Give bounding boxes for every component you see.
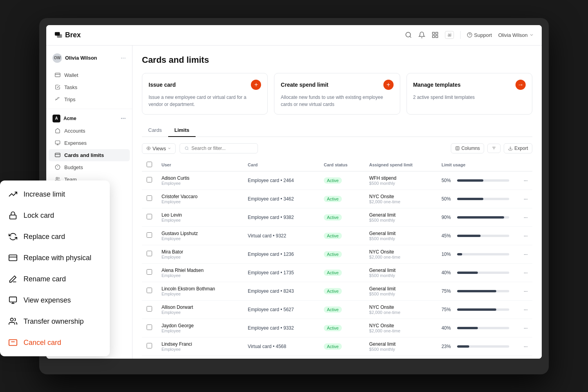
menu-item-transfer-ownership[interactable]: Transfer ownership bbox=[0, 311, 110, 332]
row-actions-cell[interactable]: ··· bbox=[514, 356, 532, 359]
usage-cell: 50% bbox=[437, 171, 514, 190]
brex-logo[interactable]: Brex bbox=[54, 31, 81, 39]
row-actions-cell[interactable]: ··· bbox=[514, 190, 532, 208]
card-cell: Employee card • 2464 bbox=[243, 171, 319, 190]
user-cell: Alena Rhiel Madsen Employee bbox=[157, 263, 243, 282]
limit-cell: General limit $500 monthly bbox=[365, 337, 437, 356]
create-spend-limit-btn[interactable]: + bbox=[383, 80, 394, 90]
limit-cell: NYC Onsite $2,000 one-time bbox=[365, 300, 437, 319]
row-actions-cell[interactable]: ··· bbox=[514, 208, 532, 226]
usage-pct: 45% bbox=[441, 233, 454, 239]
row-actions-cell[interactable]: ··· bbox=[514, 171, 532, 190]
row-actions-cell[interactable]: ··· bbox=[514, 282, 532, 300]
top-bar: Brex ai Support Olivia Wilson bbox=[46, 25, 542, 46]
row-actions-cell[interactable]: ··· bbox=[514, 226, 532, 245]
col-actions bbox=[514, 159, 532, 171]
svg-point-29 bbox=[185, 147, 188, 150]
usage-pct: 75% bbox=[441, 307, 454, 312]
progress-bar bbox=[457, 327, 509, 329]
limit-name: General limit bbox=[369, 268, 432, 273]
progress-bar bbox=[457, 216, 509, 219]
search-input[interactable] bbox=[191, 146, 253, 151]
create-spend-limit-card[interactable]: Create spend limit + Allocate new funds … bbox=[274, 73, 400, 115]
tab-limits[interactable]: Limits bbox=[168, 124, 196, 137]
sidebar-item-accounts[interactable]: Accounts bbox=[49, 125, 130, 137]
status-cell: Active bbox=[319, 337, 365, 356]
user-options-icon[interactable]: ··· bbox=[121, 55, 126, 62]
search-icon[interactable] bbox=[405, 31, 412, 38]
user-role: Employee bbox=[162, 292, 238, 296]
sidebar-item-trips[interactable]: Trips bbox=[49, 93, 130, 106]
limit-amount: $500 monthly bbox=[369, 236, 432, 241]
select-all-checkbox[interactable] bbox=[147, 162, 152, 167]
views-button[interactable]: Views bbox=[142, 143, 176, 154]
row-checkbox[interactable] bbox=[147, 232, 152, 238]
row-checkbox[interactable] bbox=[147, 269, 152, 275]
limit-name: NYC Onsite bbox=[369, 194, 432, 199]
user-name: Lincoln Ekstrom Bothman bbox=[162, 286, 238, 292]
physical-icon bbox=[8, 253, 18, 263]
row-checkbox[interactable] bbox=[147, 195, 152, 201]
row-checkbox[interactable] bbox=[147, 251, 152, 256]
support-button[interactable]: Support bbox=[467, 32, 492, 38]
layout-icon[interactable] bbox=[432, 31, 439, 38]
row-checkbox-cell bbox=[142, 226, 157, 245]
row-actions-cell[interactable]: ··· bbox=[514, 300, 532, 319]
columns-button[interactable]: Columns bbox=[451, 143, 484, 153]
usage-pct: 23% bbox=[441, 344, 454, 349]
row-actions-cell[interactable]: ··· bbox=[514, 263, 532, 282]
menu-item-lock-card[interactable]: Lock card bbox=[0, 205, 110, 226]
sidebar-item-expenses[interactable]: Expenses bbox=[49, 137, 130, 149]
row-actions-cell[interactable]: ··· bbox=[514, 337, 532, 356]
svg-point-2 bbox=[406, 32, 410, 37]
status-badge: Active bbox=[324, 343, 342, 350]
menu-item-replace-physical[interactable]: Replace with physical bbox=[0, 247, 110, 268]
svg-rect-40 bbox=[9, 297, 16, 302]
user-menu[interactable]: Olivia Wilson bbox=[498, 32, 534, 38]
menu-item-rename-card[interactable]: Rename card bbox=[0, 268, 110, 290]
bell-icon[interactable] bbox=[418, 31, 425, 38]
sidebar-item-wallet[interactable]: Wallet bbox=[49, 69, 130, 81]
manage-templates-card[interactable]: Manage templates → 2 active spend limit … bbox=[407, 73, 532, 115]
row-actions-cell[interactable]: ··· bbox=[514, 245, 532, 263]
row-checkbox[interactable] bbox=[147, 306, 152, 312]
svg-rect-1 bbox=[57, 34, 62, 38]
company-options-icon[interactable]: ··· bbox=[121, 115, 126, 122]
status-cell: Active bbox=[319, 263, 365, 282]
limit-name: General limit bbox=[369, 231, 432, 236]
filter-button[interactable] bbox=[487, 144, 501, 153]
card-cell: Employee card • 8243 bbox=[243, 282, 319, 300]
ai-badge[interactable]: ai bbox=[445, 31, 454, 39]
tab-cards[interactable]: Cards bbox=[142, 124, 168, 137]
menu-item-replace-card[interactable]: Replace card bbox=[0, 226, 110, 247]
manage-templates-btn[interactable]: → bbox=[515, 80, 526, 90]
row-actions-cell[interactable]: ··· bbox=[514, 319, 532, 337]
limit-name: General limit bbox=[369, 286, 432, 292]
expenses-icon bbox=[8, 295, 18, 305]
svg-rect-37 bbox=[10, 215, 16, 219]
svg-rect-6 bbox=[436, 36, 437, 38]
user-name: Mira Bator bbox=[162, 249, 238, 255]
row-checkbox-cell bbox=[142, 282, 157, 300]
row-checkbox[interactable] bbox=[147, 288, 152, 293]
menu-item-cancel-card[interactable]: Cancel card bbox=[0, 332, 110, 353]
sidebar-item-budgets[interactable]: Budgets bbox=[49, 161, 130, 173]
issue-card-card[interactable]: Issue card + Issue a new employee card o… bbox=[142, 73, 268, 115]
increase-icon bbox=[8, 189, 18, 199]
menu-item-increase-limit[interactable]: Increase limit bbox=[0, 184, 110, 205]
sidebar-item-tasks[interactable]: Tasks bbox=[49, 81, 130, 93]
export-button[interactable]: Export bbox=[504, 143, 532, 153]
sidebar-item-cards[interactable]: Cards and limits bbox=[49, 149, 130, 161]
row-checkbox[interactable] bbox=[147, 343, 152, 348]
row-checkbox[interactable] bbox=[147, 177, 152, 182]
user-name: Allison Dorwart bbox=[162, 304, 238, 310]
issue-card-btn[interactable]: + bbox=[251, 80, 261, 90]
progress-bar bbox=[457, 308, 509, 311]
row-checkbox[interactable] bbox=[147, 214, 152, 219]
user-cell: Jaydon George Employee bbox=[157, 319, 243, 337]
card-cell: Virtual card • 9322 bbox=[243, 226, 319, 245]
menu-item-view-expenses[interactable]: View expenses bbox=[0, 290, 110, 311]
row-checkbox[interactable] bbox=[147, 325, 152, 330]
search-filter[interactable] bbox=[180, 143, 258, 153]
action-cards: Issue card + Issue a new employee card o… bbox=[142, 73, 532, 115]
